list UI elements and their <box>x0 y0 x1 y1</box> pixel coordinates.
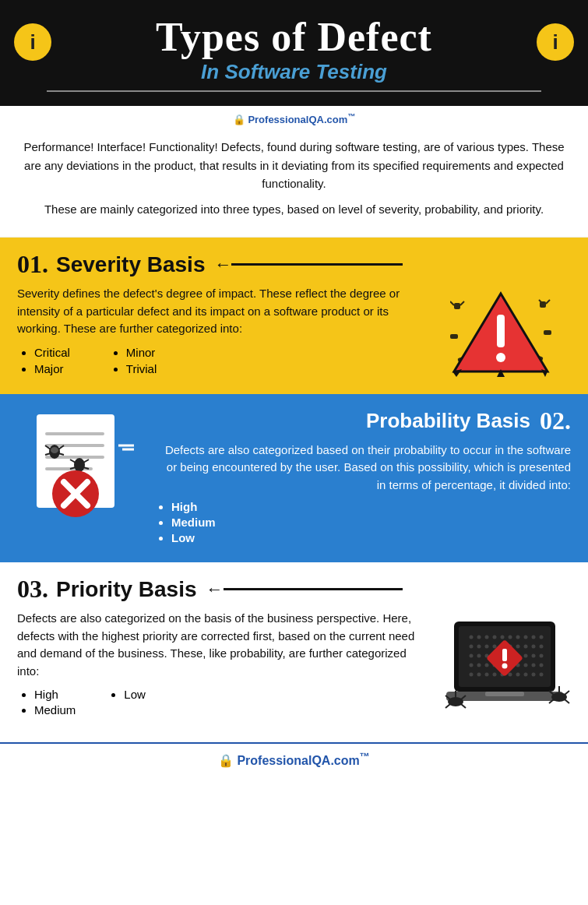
svg-point-91 <box>540 673 544 677</box>
svg-point-82 <box>470 673 474 677</box>
svg-point-79 <box>524 664 528 667</box>
svg-point-12 <box>496 353 505 362</box>
priority-num: 03. <box>17 575 48 604</box>
priority-arrow-line <box>224 588 403 590</box>
svg-point-85 <box>493 673 497 677</box>
svg-point-90 <box>532 673 536 677</box>
bullet-major: Major <box>34 362 70 375</box>
page-subtitle: In Software Testing <box>47 60 541 84</box>
probability-description: Defects are also categorized based on th… <box>154 442 571 495</box>
intro-section: Performance! Interface! Functionality! D… <box>0 129 588 238</box>
svg-point-42 <box>470 636 474 639</box>
svg-line-7 <box>460 301 464 305</box>
footer-brand: 🔒 ProfessionalQA.com™ <box>218 754 370 767</box>
svg-line-99 <box>565 691 569 695</box>
svg-point-80 <box>532 664 536 667</box>
svg-point-30 <box>74 458 85 472</box>
severity-text: Severity defines the defect's degree of … <box>17 285 431 379</box>
priority-bullet-low: Low <box>124 688 146 701</box>
svg-point-46 <box>501 636 505 639</box>
severity-num: 01. <box>17 250 48 279</box>
document-x-icon <box>25 407 134 523</box>
severity-description: Severity defines the defect's degree of … <box>17 285 422 338</box>
svg-point-69 <box>524 654 528 658</box>
svg-point-70 <box>532 654 536 658</box>
svg-point-61 <box>540 645 544 649</box>
svg-point-48 <box>516 636 520 639</box>
bullet-high: High <box>171 500 571 513</box>
bullet-medium: Medium <box>171 516 571 529</box>
svg-point-55 <box>493 645 497 649</box>
svg-point-74 <box>485 664 489 667</box>
svg-point-62 <box>470 654 474 658</box>
svg-point-88 <box>516 673 520 677</box>
svg-point-63 <box>477 654 481 658</box>
svg-point-59 <box>524 645 528 649</box>
severity-bullets-right: Minor Trivial <box>109 346 157 379</box>
priority-header: 03. Priority Basis ← <box>17 575 571 604</box>
svg-rect-0 <box>454 303 460 309</box>
info-badge-left: i <box>14 23 51 61</box>
severity-icon <box>431 285 571 379</box>
brand-logo: 🔒 ProfessionalQA.com™ <box>233 114 356 125</box>
priority-laptop-icon <box>438 610 571 727</box>
priority-arrow: ← <box>206 579 224 600</box>
svg-point-87 <box>509 673 512 677</box>
priority-description: Defects are also categorized on the basi… <box>17 610 422 680</box>
probability-section: Probability Basis 02. Defects are also c… <box>0 394 588 563</box>
svg-point-50 <box>532 636 536 639</box>
svg-point-81 <box>540 664 544 667</box>
svg-rect-3 <box>544 330 551 335</box>
svg-point-53 <box>477 645 481 649</box>
svg-point-44 <box>485 636 489 639</box>
bullet-minor: Minor <box>126 346 157 359</box>
svg-line-6 <box>450 301 454 305</box>
svg-point-43 <box>477 636 481 639</box>
intro-para2: These are mainly categorized into three … <box>23 200 565 218</box>
svg-point-73 <box>477 664 481 667</box>
severity-bullets-left: Critical Major <box>17 346 70 379</box>
priority-section: 03. Priority Basis ← Defects are also ca… <box>0 562 588 742</box>
severity-title: Severity Basis <box>56 252 205 277</box>
svg-point-72 <box>470 664 474 667</box>
probability-text: Probability Basis 02. Defects are also c… <box>154 407 571 548</box>
priority-content: Defects are also categorized on the basi… <box>17 610 571 727</box>
priority-bullets-right: Low <box>107 688 146 719</box>
priority-bullet-medium: Medium <box>34 703 76 717</box>
probability-num: 02. <box>540 407 571 435</box>
svg-point-94 <box>502 664 508 669</box>
svg-point-84 <box>485 673 489 677</box>
priority-bullets: High Medium Low <box>17 688 431 719</box>
page-footer: 🔒 ProfessionalQA.com™ <box>0 742 588 773</box>
bullet-trivial: Trivial <box>126 362 157 375</box>
priority-text-block: Defects are also categorized on the basi… <box>17 610 431 727</box>
probability-header: Probability Basis 02. <box>154 407 571 435</box>
svg-point-58 <box>516 645 520 649</box>
probability-bullets: High Medium Low <box>154 500 571 544</box>
bullet-low: Low <box>171 531 571 544</box>
svg-point-89 <box>524 673 528 677</box>
svg-line-107 <box>461 704 466 708</box>
priority-bullets-left: High Medium <box>17 688 76 719</box>
bullet-critical: Critical <box>34 346 70 359</box>
svg-point-54 <box>485 645 489 649</box>
svg-rect-2 <box>450 334 458 339</box>
severity-arrow: ← <box>214 255 231 275</box>
svg-rect-93 <box>502 649 507 661</box>
severity-content: Severity defines the defect's degree of … <box>17 285 571 379</box>
svg-point-45 <box>493 636 497 639</box>
info-badge-right: i <box>537 23 574 61</box>
svg-point-60 <box>532 645 536 649</box>
svg-line-108 <box>445 704 450 708</box>
svg-rect-96 <box>485 692 524 696</box>
svg-point-25 <box>51 447 58 453</box>
page-header: i Types of Defect In Software Testing i <box>0 0 588 106</box>
svg-point-83 <box>477 673 481 677</box>
svg-rect-11 <box>497 315 505 347</box>
laptop-error-icon <box>438 610 571 727</box>
intro-para1: Performance! Interface! Functionality! D… <box>23 138 565 192</box>
priority-title: Priority Basis <box>56 577 197 602</box>
svg-point-71 <box>540 654 544 658</box>
warning-triangle-icon <box>450 287 551 377</box>
svg-point-49 <box>524 636 528 639</box>
